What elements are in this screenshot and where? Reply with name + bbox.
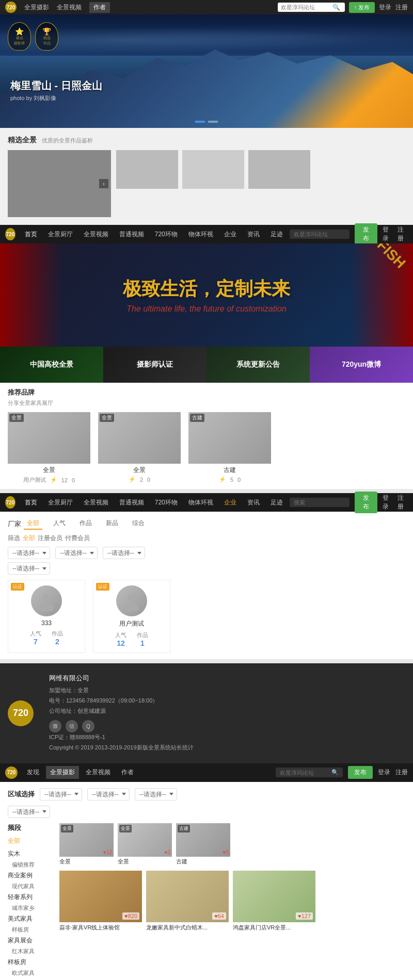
nav-link-panorama-photo[interactable]: 全景摄影 bbox=[24, 3, 49, 12]
brand-image-1[interactable]: 全景 bbox=[8, 412, 90, 464]
main-nav-enterprise[interactable]: 企业 bbox=[220, 228, 241, 241]
main-logo-1[interactable]: 720 bbox=[5, 228, 15, 240]
sidebar-sub-4[interactable]: 样板房 bbox=[8, 925, 54, 935]
featured-nav-arrow[interactable]: › bbox=[99, 179, 108, 188]
hero-dot-2[interactable] bbox=[208, 121, 218, 123]
bottom-nav-author[interactable]: 作者 bbox=[117, 766, 138, 779]
region-select-2[interactable]: --请选择-- bbox=[87, 788, 130, 801]
bottom-cat-img-1[interactable]: 全景 ♥12 bbox=[59, 823, 114, 857]
ent-select-4[interactable]: --请选择-- bbox=[8, 562, 50, 575]
main-nav2-video[interactable]: 全景视频 bbox=[80, 496, 113, 509]
main-nav-gallery[interactable]: 全景厨厅 bbox=[44, 228, 77, 241]
search-icon[interactable]: 🔍 bbox=[332, 4, 340, 11]
main-publish-button[interactable]: 发布 bbox=[355, 223, 377, 245]
sidebar-sub-2[interactable]: 现代家具 bbox=[8, 881, 54, 891]
region-select-3[interactable]: --请选择-- bbox=[135, 788, 177, 801]
featured-thumb-2[interactable] bbox=[182, 150, 244, 189]
bottom-product-img-1[interactable]: ♥820 bbox=[59, 871, 142, 922]
bottom-search-icon[interactable]: 🔍 bbox=[331, 769, 339, 776]
ent-tab-works[interactable]: 作品 bbox=[76, 518, 95, 530]
bottom-product-img-2[interactable]: ♥64 bbox=[146, 871, 229, 922]
ent-tab-comprehensive[interactable]: 综合 bbox=[129, 518, 148, 530]
cat-btn-weibo[interactable]: 720yun微博 bbox=[310, 347, 413, 383]
qq-icon[interactable]: Q bbox=[82, 720, 94, 732]
cat-btn-photographer[interactable]: 摄影师认证 bbox=[103, 347, 206, 383]
ent-select-2[interactable]: --请选择-- bbox=[55, 547, 98, 559]
main-nav2-publish[interactable]: 发布 bbox=[355, 492, 377, 513]
sidebar-item-6[interactable]: 样板房 bbox=[8, 956, 54, 968]
main-logo-2[interactable]: 720 bbox=[5, 496, 15, 509]
ent-select-1[interactable]: --请选择-- bbox=[8, 547, 50, 559]
main-nav-normal-video[interactable]: 普通视频 bbox=[115, 228, 148, 241]
bottom-publish-button[interactable]: 发布 bbox=[348, 766, 373, 779]
sidebar-sub-5[interactable]: 红木家具 bbox=[8, 946, 54, 956]
featured-main-image[interactable]: › bbox=[8, 150, 111, 217]
main-nav2-login[interactable]: 登录 bbox=[383, 494, 393, 511]
bottom-cat-img-2[interactable]: 全景 ♥2 bbox=[118, 823, 172, 857]
ent-filter-registered[interactable]: 注册会员 bbox=[38, 534, 62, 543]
main-nav2-object[interactable]: 物体环视 bbox=[184, 496, 217, 509]
main-nav2-search-input[interactable] bbox=[294, 499, 345, 505]
nav-link-author[interactable]: 作者 bbox=[89, 2, 110, 13]
top-search-input[interactable] bbox=[281, 4, 332, 10]
main-nav2-normal[interactable]: 普通视频 bbox=[115, 496, 148, 509]
cat-btn-update[interactable]: 系统更新公告 bbox=[206, 347, 310, 383]
main-nav2-gallery[interactable]: 全景厨厅 bbox=[44, 496, 77, 509]
bottom-register-link[interactable]: 注册 bbox=[395, 768, 408, 777]
sidebar-item-4[interactable]: 美式家具 bbox=[8, 913, 54, 925]
bottom-nav-discover[interactable]: 发现 bbox=[23, 766, 43, 779]
bottom-logo[interactable]: 720 bbox=[5, 766, 18, 779]
top-register-link[interactable]: 注册 bbox=[395, 3, 408, 12]
ent-tab-new[interactable]: 新品 bbox=[103, 518, 121, 530]
featured-thumb-1[interactable] bbox=[116, 150, 178, 189]
bottom-search-input[interactable] bbox=[280, 770, 331, 776]
main-nav2-enterprise[interactable]: 企业 bbox=[220, 496, 241, 509]
ent-tab-all[interactable]: 全部 bbox=[24, 518, 42, 530]
brand-image-3[interactable]: 古建 bbox=[188, 412, 271, 464]
main-login-link[interactable]: 登录 bbox=[383, 225, 393, 243]
bottom-login-link[interactable]: 登录 bbox=[378, 768, 390, 777]
main-nav-video[interactable]: 全景视频 bbox=[80, 228, 113, 241]
sidebar-sub-3[interactable]: 城市家乡 bbox=[8, 903, 54, 913]
bottom-search-box[interactable]: 🔍 bbox=[276, 767, 343, 777]
sidebar-item-5[interactable]: 家具展会 bbox=[8, 935, 54, 946]
region-select-1[interactable]: --请选择-- bbox=[40, 788, 82, 801]
main-nav-720[interactable]: 720环物 bbox=[151, 228, 182, 241]
main-nav2-footprint[interactable]: 足迹 bbox=[266, 496, 287, 509]
featured-thumb-3[interactable] bbox=[248, 150, 310, 189]
main-nav2-register[interactable]: 注册 bbox=[398, 494, 408, 511]
ent-filter-paid[interactable]: 付费会员 bbox=[65, 534, 90, 543]
bottom-nav-video[interactable]: 全景视频 bbox=[82, 766, 115, 779]
top-logo[interactable]: 720 bbox=[5, 2, 17, 13]
main-nav2-home[interactable]: 首页 bbox=[21, 496, 41, 509]
weibo-icon[interactable]: 微 bbox=[49, 720, 61, 732]
main-search-input[interactable] bbox=[294, 231, 345, 237]
top-publish-button[interactable]: ↑ 发布 bbox=[349, 2, 375, 13]
bottom-nav-panorama[interactable]: 全景摄影 bbox=[46, 766, 79, 779]
wechat-icon[interactable]: 信 bbox=[66, 720, 78, 732]
top-login-link[interactable]: 登录 bbox=[379, 3, 391, 12]
main-nav2-news[interactable]: 资讯 bbox=[243, 496, 264, 509]
brand-image-2[interactable]: 全景 bbox=[98, 412, 181, 464]
nav-link-panorama-video[interactable]: 全景视频 bbox=[57, 3, 82, 12]
sidebar-item-1[interactable]: 实木 bbox=[8, 848, 54, 860]
sidebar-all[interactable]: 全部 bbox=[8, 837, 54, 845]
cat-btn-college[interactable]: 中国高校全景 bbox=[0, 347, 103, 383]
ent-tab-popular[interactable]: 人气 bbox=[50, 518, 69, 530]
sidebar-item-3[interactable]: 轻奢系列 bbox=[8, 891, 54, 903]
main-nav-footprint[interactable]: 足迹 bbox=[266, 228, 287, 241]
main-nav2-search[interactable] bbox=[290, 498, 350, 507]
hero-dot-1[interactable] bbox=[195, 121, 205, 123]
bottom-cat-img-3[interactable]: 古建 ♥5 bbox=[176, 823, 230, 857]
top-search-box[interactable]: 🔍 bbox=[278, 3, 345, 12]
region-select-4[interactable]: --请选择-- bbox=[8, 806, 50, 818]
ent-filter-all[interactable]: 全部 bbox=[23, 534, 35, 543]
main-register-link[interactable]: 注册 bbox=[398, 225, 408, 243]
bottom-product-img-3[interactable]: ♥127 bbox=[233, 871, 315, 922]
main-nav-home[interactable]: 首页 bbox=[21, 228, 41, 241]
sidebar-item-2[interactable]: 商业案例 bbox=[8, 870, 54, 881]
sidebar-sub-1[interactable]: 偏锁推荐 bbox=[8, 860, 54, 870]
main-nav-object[interactable]: 物体环视 bbox=[184, 228, 217, 241]
sidebar-sub-6[interactable]: 欧式家具 bbox=[8, 968, 54, 978]
main-search-box[interactable] bbox=[290, 230, 350, 239]
